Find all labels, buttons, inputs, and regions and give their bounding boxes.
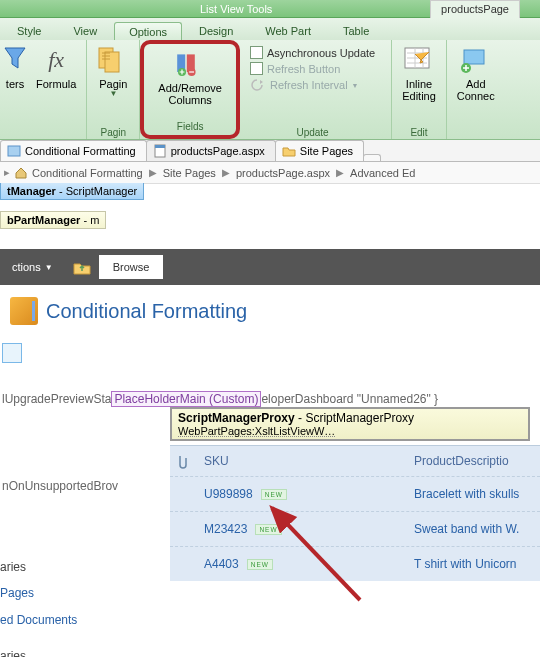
dropdown-icon: ▼ [352,82,359,89]
new-badge: NEW [247,559,273,570]
context-tab-productspage[interactable]: productsPage [430,0,520,18]
doc-tab-empty[interactable] [363,154,381,161]
document-tabs: Conditional Formatting productsPage.aspx… [0,140,540,162]
async-update-checkbox[interactable]: Asynchronous Update [250,46,375,59]
paging-button[interactable]: Pagin ▼ [91,42,135,101]
table-row[interactable]: U989898NEWBracelett with skulls [170,476,540,511]
tab-view[interactable]: View [58,21,112,40]
selection-handle[interactable] [2,343,22,363]
scriptmanagerproxy-box[interactable]: ScriptManagerProxy - ScriptManagerProxy … [170,407,530,441]
inline-edit-icon [403,44,435,76]
folder-icon [282,144,296,158]
ribbon-context-bar: List View Tools productsPage [0,0,540,18]
crumb-4[interactable]: Advanced Ed [350,167,415,179]
add-remove-columns-button[interactable]: Add/Remove Columns [152,46,228,108]
sku-link: A4403 [204,557,239,571]
site-actions-dropdown[interactable]: ctions▼ [0,255,65,279]
navigate-up-icon[interactable] [73,259,91,275]
designer-code-row: lUpgradePreviewStaPlaceHolderMain (Custo… [0,391,540,407]
page-title: Conditional Formatting [46,300,247,323]
formula-button[interactable]: fx Formula [30,42,82,92]
breadcrumb: ▸ Conditional Formatting ▶ Site Pages ▶ … [0,162,540,184]
add-connection-button[interactable]: Add Connec [451,42,501,104]
site-icon [7,144,21,158]
group-label-fields: Fields [152,120,228,133]
tab-options[interactable]: Options [114,22,182,40]
svg-rect-9 [8,146,20,156]
sku-link: M23423 [204,522,247,536]
designer-code-row-2: nOnUnsupportedBrov [0,479,120,493]
group-label-update: Update [244,126,381,139]
aspx-icon [153,144,167,158]
crumb-2[interactable]: Site Pages [163,167,216,179]
tab-style[interactable]: Style [2,21,56,40]
list-view-tools-label: List View Tools [200,3,272,15]
new-badge: NEW [261,489,287,500]
col-header-desc[interactable]: ProductDescriptio [414,454,534,470]
home-icon[interactable] [14,166,28,180]
inline-editing-button[interactable]: Inline Editing [396,42,442,104]
table-row[interactable]: M23423NEWSweat band with W. [170,511,540,546]
paging-icon [97,44,129,76]
ribbon-body: ters fx Formula x Pagin ▼ Pagin [0,40,540,140]
nav-header-libraries: aries [0,554,77,580]
dropdown-icon: ▼ [45,263,53,272]
filters-button[interactable]: ters [0,42,30,92]
doc-tab-conditional-formatting[interactable]: Conditional Formatting [0,140,147,161]
svg-rect-1 [105,52,119,72]
browse-tab[interactable]: Browse [99,255,164,279]
ribbon-tab-strip: Style View Options Design Web Part Table [0,18,540,40]
col-header-sku[interactable]: SKU [204,454,404,470]
crumb-3[interactable]: productsPage.aspx [236,167,330,179]
doc-tab-productspage[interactable]: productsPage.aspx [146,140,276,161]
chevron-right-icon: ▶ [222,167,230,178]
crumb-1[interactable]: Conditional Formatting [32,167,143,179]
new-badge: NEW [255,524,281,535]
svg-rect-11 [155,145,165,148]
nav-link-pages[interactable]: Pages [0,580,77,581]
tab-table[interactable]: Table [328,21,384,40]
refresh-icon-disabled [250,78,266,92]
sku-link: U989898 [204,487,253,501]
refresh-button-checkbox[interactable]: Refresh Button [250,62,375,75]
svg-rect-7 [464,50,484,64]
quick-launch-nav: aries Pages ed Documents aries [0,554,77,581]
site-logo-icon [10,297,38,325]
chevron-right-icon: ▶ [336,167,344,178]
fields-group-highlighted: Add/Remove Columns Fields [140,40,240,139]
scriptmanager-control[interactable]: tManager - ScriptManager [0,183,144,200]
chevron-right-icon: ▶ [149,167,157,178]
back-icon[interactable]: ▸ [4,166,10,179]
columns-icon [174,48,206,80]
funnel-icon [0,44,31,76]
connection-icon [460,44,492,76]
fx-icon: fx [40,44,72,76]
placeholder-main[interactable]: PlaceHolderMain (Custom) [111,391,261,407]
webpartmanager-control[interactable]: bPartManager - m [0,211,106,229]
group-label-paging: Pagin [91,126,135,139]
site-actions-bar: ctions▼ Browse [0,249,540,285]
xsltlistview-link[interactable]: WebPartPages:XsltListViewW… [178,425,522,437]
list-header: SKU ProductDescriptio [170,446,540,476]
doc-tab-sitepages[interactable]: Site Pages [275,140,364,161]
list-view-webpart: SKU ProductDescriptio U989898NEWBracelet… [170,445,540,581]
page-title-row: Conditional Formatting [0,285,540,335]
group-label-edit: Edit [396,126,442,139]
tab-design[interactable]: Design [184,21,248,40]
refresh-interval-dropdown[interactable]: Refresh Interval ▼ [250,78,375,92]
dropdown-icon: ▼ [109,90,117,99]
attachments-icon[interactable] [176,454,194,470]
table-row[interactable]: A4403NEWT shirt with Unicorn [170,546,540,581]
tab-webpart[interactable]: Web Part [250,21,326,40]
